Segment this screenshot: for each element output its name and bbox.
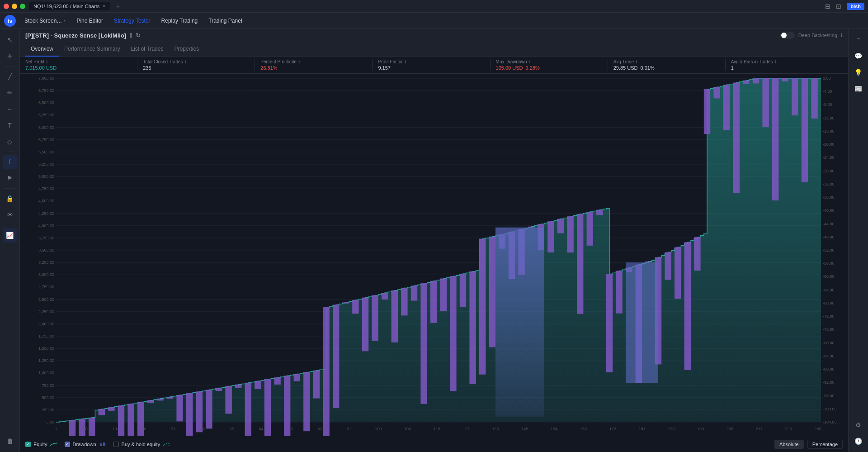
metric-percent-profitable-label: Percent Profitable ℹ bbox=[260, 59, 367, 64]
eye-icon[interactable]: 👁 bbox=[3, 208, 17, 222]
strategy-title-text: [P][STR] - Squeeze Sense [LokiMilo] bbox=[25, 32, 126, 39]
metric-max-drawdown: Max Drawdown ℹ 105.00 USD 9.28% bbox=[491, 59, 608, 71]
metrics-bar: Net Profit ℹ 7,015.00 USD Total Closed T… bbox=[20, 57, 848, 74]
trash-icon[interactable]: 🗑 bbox=[3, 434, 17, 448]
nav-pine-editor-label: Pine Editor bbox=[76, 18, 103, 24]
equity-checkbox[interactable]: ✓ bbox=[25, 442, 31, 447]
main-layout: ↖ ✛ ╱ ✏ ↔ T ◇ f ⚑ 🔒 👁 📈 🗑 [P][STR] - Squ… bbox=[0, 29, 868, 452]
title-bar: NQ1! 19,623.00 / Main Charts ✕ + ⊟ ⊡ bls… bbox=[0, 0, 868, 13]
measure-icon[interactable]: ↔ bbox=[3, 102, 17, 116]
equity-label: Equity bbox=[33, 442, 47, 447]
sidebar-divider-1 bbox=[5, 66, 15, 67]
tab-performance-summary[interactable]: Performance Summary bbox=[59, 42, 125, 57]
tab-list-of-trades[interactable]: List of Trades bbox=[125, 42, 169, 57]
minimize-icon[interactable]: ⊟ bbox=[825, 3, 830, 10]
metric-avg-trade-info[interactable]: ℹ bbox=[636, 60, 637, 64]
close-button[interactable] bbox=[4, 4, 9, 9]
drawing-icon[interactable]: ✏ bbox=[3, 86, 17, 100]
metric-percent-profitable-info[interactable]: ℹ bbox=[298, 60, 300, 64]
svg-rect-3 bbox=[103, 442, 105, 446]
indicators-icon[interactable]: f bbox=[3, 155, 17, 169]
svg-text:tv: tv bbox=[8, 18, 13, 24]
strategy-info-icon[interactable]: ℹ bbox=[130, 32, 132, 39]
strategy-refresh-icon[interactable]: ↻ bbox=[136, 32, 141, 39]
deep-bt-info-icon[interactable]: ℹ bbox=[841, 33, 843, 38]
main-tab[interactable]: NQ1! 19,623.00 / Main Charts ✕ bbox=[29, 2, 110, 10]
equity-line-icon bbox=[50, 442, 57, 447]
tab-overview[interactable]: Overview bbox=[25, 42, 59, 57]
nav-stock-screener[interactable]: Stock Screen… ▾ bbox=[20, 16, 70, 26]
cursor-icon[interactable]: ↖ bbox=[3, 33, 17, 47]
chart-area: 7,000.006,750.006,500.006,250.006,000.00… bbox=[20, 74, 848, 436]
lock-icon[interactable]: 🔒 bbox=[3, 191, 17, 206]
strategy-icon[interactable]: 📈 bbox=[3, 228, 17, 243]
add-tab-button[interactable]: + bbox=[116, 2, 120, 10]
metric-max-drawdown-info[interactable]: ℹ bbox=[528, 60, 530, 64]
text-icon[interactable]: T bbox=[3, 118, 17, 133]
tab-performance-label: Performance Summary bbox=[64, 46, 120, 52]
metric-profit-factor: Profit Factor ℹ 9.157 bbox=[373, 59, 490, 71]
tab-properties[interactable]: Properties bbox=[169, 42, 204, 57]
nav-pine-editor[interactable]: Pine Editor bbox=[72, 16, 108, 26]
metric-avg-trade: Avg Trade ℹ 29.85 USD 0.01% bbox=[608, 59, 726, 71]
shapes-icon[interactable]: ◇ bbox=[3, 134, 17, 149]
legend-buy-hold[interactable]: Buy & hold equity ✓ bbox=[113, 442, 170, 447]
tabs-bar: Overview Performance Summary List of Tra… bbox=[20, 42, 848, 57]
nav-trading-panel[interactable]: Trading Panel bbox=[204, 16, 246, 26]
metric-profit-factor-info[interactable]: ℹ bbox=[405, 60, 406, 64]
metric-avg-trade-pct: 0.01% bbox=[641, 65, 655, 71]
trend-line-icon[interactable]: ╱ bbox=[3, 69, 17, 84]
nav-strategy-tester-label: Strategy Tester bbox=[114, 18, 150, 24]
deep-bt-toggle[interactable] bbox=[780, 32, 795, 39]
alert-icon[interactable]: ⚑ bbox=[3, 171, 17, 186]
traffic-lights bbox=[4, 4, 25, 9]
left-sidebar: ↖ ✛ ╱ ✏ ↔ T ◇ f ⚑ 🔒 👁 📈 🗑 bbox=[0, 29, 20, 452]
deep-bt-label: Deep Backtesting bbox=[798, 33, 837, 38]
metric-avg-bars-info[interactable]: ℹ bbox=[775, 60, 776, 64]
settings-icon[interactable]: ⚙ bbox=[851, 418, 866, 432]
news-icon[interactable]: 📰 bbox=[851, 81, 866, 96]
legend-equity[interactable]: ✓ Equity bbox=[25, 442, 57, 447]
metric-profit-factor-label: Profit Factor ℹ bbox=[378, 59, 484, 64]
tab-properties-label: Properties bbox=[174, 46, 199, 52]
chat-icon[interactable]: 💬 bbox=[851, 49, 866, 63]
tab-close-icon[interactable]: ✕ bbox=[102, 4, 106, 9]
crosshair-icon[interactable]: ✛ bbox=[3, 49, 17, 63]
strategy-chart[interactable] bbox=[20, 74, 848, 436]
nav-replay-trading-label: Replay Trading bbox=[161, 18, 198, 24]
metric-net-profit: Net Profit ℹ 7,015.00 USD bbox=[25, 59, 137, 71]
svg-text:✓: ✓ bbox=[168, 444, 170, 447]
legend-drawdown[interactable]: ✓ Drawdown bbox=[65, 442, 106, 447]
metric-net-profit-value: 7,015.00 USD bbox=[25, 65, 132, 71]
metric-net-profit-info[interactable]: ℹ bbox=[46, 60, 47, 64]
strategy-title-area: [P][STR] - Squeeze Sense [LokiMilo] ℹ ↻ bbox=[25, 32, 141, 39]
sidebar-divider-4 bbox=[5, 225, 15, 225]
minimize-button[interactable] bbox=[12, 4, 17, 9]
drawdown-icon bbox=[99, 442, 106, 447]
buy-hold-line-icon: ✓ bbox=[163, 442, 170, 447]
title-bar-right: ⊟ ⊡ blsh bbox=[825, 3, 864, 10]
percentage-button[interactable]: Percentage bbox=[807, 440, 843, 449]
main-content: [P][STR] - Squeeze Sense [LokiMilo] ℹ ↻ … bbox=[20, 29, 848, 452]
bk-button[interactable]: blsh bbox=[847, 3, 864, 10]
drawdown-checkbox[interactable]: ✓ bbox=[65, 442, 70, 447]
buy-hold-label: Buy & hold equity bbox=[122, 442, 160, 447]
tab-overview-label: Overview bbox=[31, 46, 53, 52]
nav-arrow-icon: ▾ bbox=[64, 19, 66, 23]
metric-closed-trades-info[interactable]: ℹ bbox=[185, 60, 186, 64]
nav-strategy-tester[interactable]: Strategy Tester bbox=[109, 16, 155, 26]
fullscreen-button[interactable] bbox=[20, 4, 25, 9]
watchlist-icon[interactable]: ≡ bbox=[851, 33, 866, 47]
tab-label: NQ1! 19,623.00 / Main Charts bbox=[33, 4, 99, 9]
sidebar-divider-2 bbox=[5, 152, 15, 152]
clock-icon[interactable]: 🕐 bbox=[851, 434, 866, 448]
top-nav: tv Stock Screen… ▾ Pine Editor Strategy … bbox=[0, 13, 868, 29]
maximize-icon[interactable]: ⊡ bbox=[836, 3, 841, 10]
absolute-button[interactable]: Absolute bbox=[774, 440, 804, 449]
metric-avg-bars-label: Avg # Bars in Trades ℹ bbox=[731, 59, 837, 64]
nav-replay-trading[interactable]: Replay Trading bbox=[157, 16, 203, 26]
drawdown-label: Drawdown bbox=[73, 442, 96, 447]
buy-hold-checkbox[interactable] bbox=[113, 442, 119, 447]
ideas-icon[interactable]: 💡 bbox=[851, 65, 866, 80]
metric-max-drawdown-value: 105.00 USD bbox=[496, 65, 523, 71]
